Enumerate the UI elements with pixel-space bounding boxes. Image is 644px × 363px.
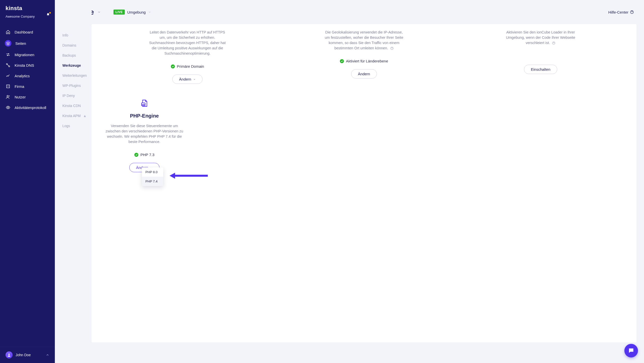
nav-dns[interactable]: Kinsta DNS <box>0 60 55 70</box>
subnav-info[interactable]: Info <box>55 30 89 40</box>
site-selector[interactable]: kinstalife <box>92 8 101 16</box>
card-desc: Leitet den Datenverkehr von HTTP auf HTT… <box>147 30 228 56</box>
nav-company[interactable]: Firma <box>0 81 55 91</box>
dropdown-option-php74[interactable]: PHP 7.4 <box>142 177 163 186</box>
svg-point-5 <box>8 354 10 355</box>
subnav-domains[interactable]: Domains <box>55 40 89 50</box>
users-icon <box>6 94 11 99</box>
help-icon[interactable] <box>552 41 555 45</box>
php-version-dropdown: PHP 8.0 PHP 7.4 <box>142 167 163 186</box>
eye-icon <box>6 105 11 110</box>
help-center-link[interactable]: Hilfe-Center <box>608 10 634 14</box>
company-name: Awesome Company <box>6 15 49 18</box>
migrate-icon <box>6 52 11 57</box>
main-area: kinstalife LIVE Umgebung Hilfe-Center Le… <box>92 0 644 363</box>
help-icon[interactable] <box>390 47 394 50</box>
nav-label: Aktivitätenprotokoll <box>15 105 46 110</box>
environment-selector[interactable]: LIVE Umgebung <box>113 10 151 15</box>
check-icon <box>134 153 138 157</box>
top-bar: kinstalife LIVE Umgebung Hilfe-Center <box>92 0 644 24</box>
avatar-icon <box>6 351 13 358</box>
chevron-down-icon <box>97 10 101 14</box>
card-desc: Die Geolokalisierung verwendet die IP-Ad… <box>324 30 404 51</box>
change-https-button[interactable]: Ändern <box>172 75 203 84</box>
nav-label: Nutzer <box>15 95 26 99</box>
card-desc: Aktivieren Sie den ionCube Loader in Ihr… <box>500 30 581 46</box>
status-text: PHP 7.3 <box>140 153 154 157</box>
subnav-tools[interactable]: Werkzeuge <box>55 60 89 70</box>
user-name: John Doe <box>16 353 43 357</box>
nav-label: Firma <box>15 84 24 89</box>
analytics-icon <box>6 73 11 78</box>
card-https: Leitet den Datenverkehr von HTTP auf HTT… <box>102 30 273 84</box>
chevron-up-icon <box>46 353 49 357</box>
nav-label: Dashboard <box>15 30 33 34</box>
card-status: PHP 7.3 <box>134 153 154 157</box>
nav-label: Analytics <box>15 74 30 78</box>
subnav-ip-deny[interactable]: IP Deny <box>55 91 89 101</box>
svg-point-4 <box>8 107 9 108</box>
dns-icon <box>6 63 11 68</box>
nav-users[interactable]: Nutzer <box>0 92 55 102</box>
primary-nav: Dashboard Seiten Migrationen Kinsta DNS … <box>0 27 55 347</box>
help-icon <box>630 10 634 14</box>
card-php-engine: PHP-Engine Verwenden Sie diese Steuerele… <box>102 99 187 172</box>
card-geolocation: Die Geolokalisierung verwendet die IP-Ad… <box>278 30 450 84</box>
environment-label: Umgebung <box>127 10 146 14</box>
status-text: Aktiviert für Länderebene <box>346 59 388 63</box>
tools-panel: Leitet den Datenverkehr von HTTP auf HTT… <box>92 24 636 342</box>
check-icon <box>340 59 344 63</box>
chat-button[interactable] <box>624 344 638 357</box>
card-status: Aktiviert für Länderebene <box>340 59 388 63</box>
card-desc: Verwenden Sie diese Steuerelemente um zw… <box>104 123 185 144</box>
check-icon <box>171 64 175 68</box>
user-footer[interactable]: John Doe <box>0 347 55 363</box>
nav-migrations[interactable]: Migrationen <box>0 50 55 60</box>
subnav-label: Kinsta APM <box>62 114 80 118</box>
card-title: PHP-Engine <box>130 113 159 119</box>
primary-sidebar: kinsta Awesome Company Dashboard Seiten … <box>0 0 55 363</box>
company-icon <box>6 84 11 89</box>
enable-ioncube-button[interactable]: Einschalten <box>524 65 557 74</box>
card-ioncube: Aktivieren Sie den ionCube Loader in Ihr… <box>455 30 626 84</box>
chat-icon <box>628 347 634 354</box>
live-badge: LIVE <box>113 10 125 15</box>
svg-point-3 <box>7 95 9 97</box>
subnav-logs[interactable]: Logs <box>55 121 89 131</box>
button-label: Einschalten <box>531 67 550 71</box>
subnav-wp-plugins[interactable]: WP-Plugins <box>55 81 89 91</box>
notifications-bell-icon[interactable] <box>46 13 50 17</box>
dropdown-option-php80[interactable]: PHP 8.0 <box>142 167 163 177</box>
subnav-cdn[interactable]: Kinsta CDN <box>55 101 89 111</box>
home-icon <box>6 29 11 34</box>
nav-sites[interactable]: Seiten <box>0 38 55 49</box>
help-center-label: Hilfe-Center <box>608 10 628 14</box>
nav-label: Migrationen <box>15 53 34 57</box>
chevron-down-icon <box>193 78 196 81</box>
button-label: Ändern <box>179 77 191 81</box>
card-status: Primäre Domain <box>171 64 204 68</box>
site-name: kinstalife <box>92 8 94 16</box>
subnav-redirects[interactable]: Weiterleitungen <box>55 70 89 81</box>
button-label: Ändern <box>358 72 370 76</box>
status-text: Primäre Domain <box>177 64 204 68</box>
subnav-backups[interactable]: Backups <box>55 50 89 60</box>
nav-analytics[interactable]: Analytics <box>0 71 55 81</box>
change-geo-button[interactable]: Ändern <box>351 69 377 79</box>
nav-label: Seiten <box>15 41 26 46</box>
chevron-down-icon <box>148 11 151 14</box>
code-file-icon <box>140 99 149 107</box>
nav-label: Kinsta DNS <box>15 63 34 67</box>
bookmark-icon: ▲ <box>83 114 87 118</box>
annotation-arrow-icon <box>170 173 208 179</box>
svg-rect-2 <box>7 85 10 88</box>
nav-dashboard[interactable]: Dashboard <box>0 27 55 37</box>
subnav-apm[interactable]: Kinsta APM ▲ <box>55 111 89 121</box>
brand-logo: kinsta <box>6 5 49 12</box>
nav-activity[interactable]: Aktivitätenprotokoll <box>0 102 55 113</box>
stack-icon <box>6 41 11 46</box>
secondary-sidebar: Info Domains Backups Werkzeuge Weiterlei… <box>55 0 92 363</box>
